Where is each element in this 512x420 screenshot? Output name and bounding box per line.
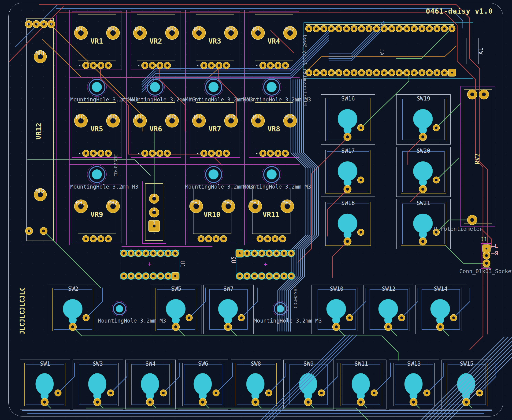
pin-pad-bottom-2[interactable] (441, 70, 448, 76)
pin-pad-bottom-19[interactable] (313, 70, 319, 76)
pin-pad-top-37[interactable] (426, 26, 433, 32)
pin-pad-top-2[interactable] (128, 250, 134, 256)
pin-pad-bottom-3[interactable] (434, 70, 440, 76)
pin-pad-3[interactable] (157, 62, 163, 69)
pin-pad-top-38[interactable] (434, 26, 440, 32)
pin-pad-1[interactable] (437, 323, 444, 330)
pin-pad-top-28[interactable] (358, 26, 365, 32)
pin-pad-2[interactable] (213, 390, 219, 396)
pin-pad-2[interactable] (208, 150, 215, 157)
pin-pad-3[interactable] (213, 236, 219, 242)
pin-pad-2[interactable] (267, 62, 274, 69)
pin-pad-2[interactable] (264, 236, 271, 242)
pin-pad-1[interactable] (201, 150, 207, 157)
pin-pad-2[interactable] (208, 62, 215, 69)
pin-pad-4[interactable] (282, 62, 289, 69)
pin-pad-bottom-5[interactable] (419, 70, 425, 76)
pin-pad-top-27[interactable] (351, 26, 357, 32)
pin-pad-1[interactable] (260, 62, 266, 69)
pin-pad-bottom-1[interactable] (237, 273, 243, 279)
pin-pad-bottom-8[interactable] (172, 273, 179, 279)
pin-pad-3[interactable] (275, 150, 281, 157)
pin-pad-top-26[interactable] (343, 26, 350, 32)
pin-pad-bottom-4[interactable] (259, 273, 265, 279)
pin-pad-4[interactable] (223, 150, 230, 157)
pin-pad-bottom-4[interactable] (426, 70, 433, 76)
pin-pad-top-5[interactable] (150, 250, 156, 256)
pin-pad-2[interactable] (205, 236, 212, 242)
pin-pad-bottom-7[interactable] (404, 70, 410, 76)
pin-pad-2[interactable] (267, 150, 274, 157)
pin-pad-3[interactable] (216, 62, 222, 69)
pin-pad-bottom-6[interactable] (158, 273, 163, 279)
pin-pad-bottom-1[interactable] (121, 273, 127, 279)
pin-pad-1[interactable] (385, 323, 392, 330)
pin-pad-2[interactable] (149, 62, 156, 69)
pin-pad-top-32[interactable] (389, 26, 395, 32)
pin-pad-top-39[interactable] (441, 26, 448, 32)
pin-pad-bottom-5[interactable] (266, 273, 272, 279)
pin-pad-bottom-18[interactable] (321, 70, 327, 76)
pin-pad-2[interactable] (479, 90, 489, 99)
pin-pad-1[interactable] (83, 62, 89, 69)
pin-pad-1[interactable] (260, 150, 266, 157)
pin-pad-1[interactable] (142, 150, 148, 157)
pin-pad-2[interactable] (483, 252, 490, 259)
pin-pad-top-3[interactable] (136, 250, 141, 256)
pin-pad-4[interactable] (164, 150, 171, 157)
pin-pad-top-21[interactable] (306, 26, 312, 32)
pin-pad-2[interactable] (424, 390, 430, 396)
pin-pad-4[interactable] (223, 62, 230, 69)
pin-pad-top-25[interactable] (336, 26, 342, 32)
pin-pad-2[interactable] (90, 62, 96, 69)
pin-pad-top-33[interactable] (396, 26, 402, 32)
pin-pad-1[interactable] (483, 245, 490, 252)
pin-pad-3[interactable] (275, 62, 281, 69)
pin-pad-top-35[interactable] (411, 26, 417, 32)
pin-pad-3[interactable] (467, 215, 477, 225)
pin-pad-top-40[interactable] (449, 26, 455, 32)
pin-pad-3[interactable] (483, 260, 490, 267)
pin-pad-1[interactable] (69, 323, 76, 330)
pin-pad-top-7[interactable] (165, 250, 171, 256)
pin-pad-1[interactable] (304, 398, 312, 406)
pin-pad-top-29[interactable] (366, 26, 372, 32)
pin-pad-bottom-6[interactable] (411, 70, 417, 76)
pin-pad-2[interactable] (108, 390, 114, 396)
pin-pad-top-1[interactable] (236, 250, 243, 257)
pin-pad-1[interactable] (201, 62, 207, 69)
pin-pad-1[interactable] (41, 398, 48, 406)
pin-pad-1[interactable] (94, 398, 101, 406)
pin-pad-bottom-4[interactable] (143, 273, 149, 279)
pin-pad-top-4[interactable] (143, 250, 149, 256)
pin-pad-1[interactable] (224, 323, 232, 330)
pin-pad-1[interactable] (142, 62, 148, 69)
pin-pad-2[interactable] (318, 390, 325, 396)
pin-pad-3[interactable] (98, 150, 104, 157)
pin-pad-top-2[interactable] (244, 250, 250, 256)
pin-pad-4[interactable] (279, 236, 286, 242)
pin-pad-4[interactable] (220, 236, 227, 242)
pin-pad-top-8[interactable] (288, 250, 294, 256)
pin-pad-1[interactable] (467, 90, 477, 99)
pin-pad-top-24[interactable] (328, 26, 334, 32)
pin-pad-1[interactable] (463, 398, 470, 406)
pin-pad-2[interactable] (90, 150, 96, 157)
pin-pad-bottom-8[interactable] (288, 273, 294, 279)
pin-pad-4[interactable] (105, 150, 111, 157)
pin-pad-2[interactable] (266, 390, 272, 396)
pin-pad-1[interactable] (410, 398, 417, 406)
pin-pad-4[interactable] (282, 150, 289, 157)
pin-pad-bottom-13[interactable] (358, 70, 365, 76)
pin-pad-top-22[interactable] (313, 26, 319, 32)
pin-pad-top-3[interactable] (252, 250, 257, 256)
pin-pad-2[interactable] (90, 236, 96, 242)
pin-pad-1[interactable] (83, 236, 89, 242)
pin-pad-top-36[interactable] (419, 26, 425, 32)
pin-pad-top-7[interactable] (281, 250, 287, 256)
pin-pad-bottom-7[interactable] (281, 273, 287, 279)
pin-pad-2[interactable] (371, 390, 377, 396)
pin-pad-3[interactable] (157, 150, 163, 157)
pin-pad-bottom-8[interactable] (396, 70, 402, 76)
pin-pad-bottom-2[interactable] (128, 273, 134, 279)
